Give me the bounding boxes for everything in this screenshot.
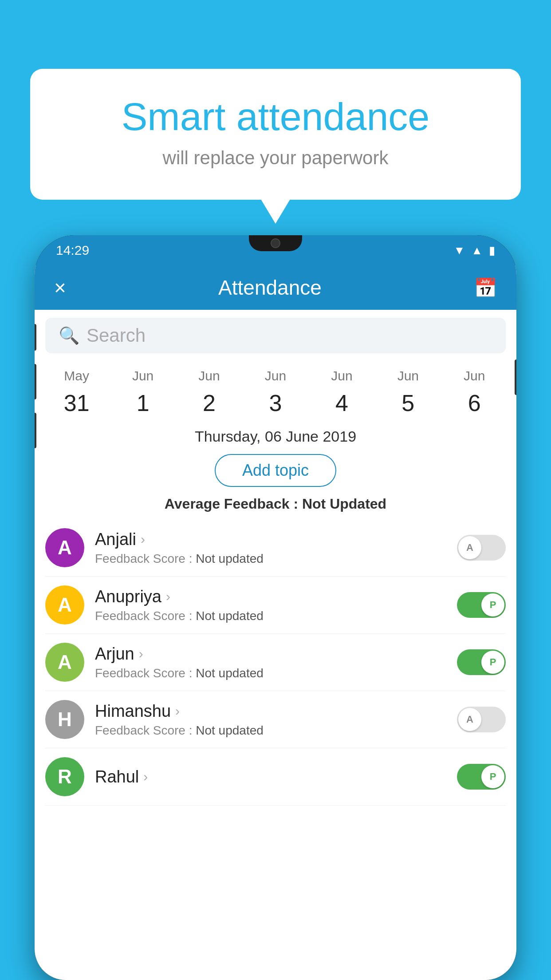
student-item: A Anjali › Feedback Score : Not updated …: [45, 519, 506, 577]
camera: [271, 238, 280, 248]
avatar-anupriya: A: [45, 585, 84, 624]
calendar-icon[interactable]: 📅: [474, 277, 497, 299]
toggle-knob-anjali: A: [458, 536, 481, 559]
cal-col-3: Jun 3: [249, 366, 302, 420]
student-feedback-arjun: Feedback Score : Not updated: [95, 666, 446, 680]
chevron-icon: ›: [143, 769, 148, 784]
student-info-rahul: Rahul ›: [95, 767, 446, 786]
cal-col-2: Jun 2: [183, 366, 236, 420]
student-info-anjali: Anjali › Feedback Score : Not updated: [95, 530, 446, 566]
student-list: A Anjali › Feedback Score : Not updated …: [35, 519, 516, 806]
toggle-knob-rahul: P: [481, 765, 504, 788]
student-item: A Anupriya › Feedback Score : Not update…: [45, 577, 506, 634]
day-1[interactable]: 1: [116, 386, 169, 420]
student-item: A Arjun › Feedback Score : Not updated P: [45, 634, 506, 691]
toggle-knob-himanshu: A: [458, 708, 481, 731]
student-info-anupriya: Anupriya › Feedback Score : Not updated: [95, 587, 446, 623]
day-4[interactable]: 4: [315, 386, 368, 420]
avatar-himanshu: H: [45, 700, 84, 739]
day-5[interactable]: 5: [382, 386, 435, 420]
add-topic-button[interactable]: Add topic: [215, 454, 336, 487]
attendance-toggle-anupriya[interactable]: P: [457, 592, 506, 618]
student-feedback-anjali: Feedback Score : Not updated: [95, 552, 446, 566]
day-2[interactable]: 2: [183, 386, 236, 420]
chevron-icon: ›: [139, 646, 143, 661]
avg-feedback: Average Feedback : Not Updated: [35, 491, 516, 519]
month-4: Jun: [315, 366, 368, 386]
student-item: H Himanshu › Feedback Score : Not update…: [45, 691, 506, 748]
cal-col-6: Jun 6: [448, 366, 501, 420]
cal-col-0: May 31: [50, 366, 103, 420]
day-3[interactable]: 3: [249, 386, 302, 420]
student-name-arjun[interactable]: Arjun ›: [95, 644, 446, 664]
calendar-months-row: May 31 Jun 1 Jun 2 Jun 3 Jun 4: [35, 361, 516, 420]
month-1: Jun: [116, 366, 169, 386]
volume-down-button: [35, 413, 36, 448]
bubble-title: Smart attendance: [66, 95, 485, 138]
signal-icon: ▲: [471, 244, 483, 257]
student-name-rahul[interactable]: Rahul ›: [95, 767, 446, 786]
avatar-rahul: R: [45, 757, 84, 796]
chevron-icon: ›: [166, 589, 170, 604]
toggle-anjali[interactable]: A: [457, 535, 506, 561]
cal-col-1: Jun 1: [116, 366, 169, 420]
app-header: × Attendance 📅: [35, 265, 516, 310]
student-info-arjun: Arjun › Feedback Score : Not updated: [95, 644, 446, 680]
close-button[interactable]: ×: [54, 276, 66, 300]
search-bar[interactable]: 🔍 Search: [45, 318, 506, 353]
app-title: Attendance: [218, 276, 322, 300]
battery-icon: ▮: [489, 244, 495, 257]
wifi-icon: ▼: [454, 244, 465, 257]
avg-feedback-label: Average Feedback :: [165, 496, 298, 512]
selected-date: Thursday, 06 June 2019: [35, 420, 516, 450]
mute-button: [35, 324, 36, 351]
power-button: [515, 360, 516, 395]
student-info-himanshu: Himanshu › Feedback Score : Not updated: [95, 702, 446, 738]
background: Smart attendance will replace your paper…: [0, 0, 551, 980]
student-item: R Rahul › P: [45, 748, 506, 806]
phone-content: × Attendance 📅 🔍 Search May 31 Jun 1: [35, 265, 516, 980]
phone-frame: 14:29 ▼ ▲ ▮ × Attendance 📅 🔍 Search: [35, 235, 516, 980]
month-6: Jun: [448, 366, 501, 386]
chevron-icon: ›: [175, 703, 180, 719]
search-icon: 🔍: [59, 326, 79, 345]
toggle-knob-arjun: P: [481, 651, 504, 674]
student-name-anupriya[interactable]: Anupriya ›: [95, 587, 446, 606]
cal-col-5: Jun 5: [382, 366, 435, 420]
toggle-anupriya[interactable]: P: [457, 592, 506, 618]
student-feedback-himanshu: Feedback Score : Not updated: [95, 723, 446, 738]
status-icons: ▼ ▲ ▮: [454, 244, 495, 257]
month-3: Jun: [249, 366, 302, 386]
phone-notch: [249, 235, 302, 251]
bubble-subtitle: will replace your paperwork: [66, 147, 485, 169]
student-name-himanshu[interactable]: Himanshu ›: [95, 702, 446, 721]
volume-up-button: [35, 364, 36, 399]
toggle-knob-anupriya: P: [481, 593, 504, 616]
attendance-toggle-himanshu[interactable]: A: [457, 707, 506, 732]
attendance-toggle-arjun[interactable]: P: [457, 649, 506, 675]
toggle-rahul[interactable]: P: [457, 764, 506, 790]
day-0[interactable]: 31: [50, 386, 103, 420]
avatar-anjali: A: [45, 528, 84, 567]
month-2: Jun: [183, 366, 236, 386]
attendance-toggle-anjali[interactable]: A: [457, 535, 506, 561]
cal-col-4: Jun 4: [315, 366, 368, 420]
month-5: Jun: [382, 366, 435, 386]
avatar-arjun: A: [45, 643, 84, 682]
student-name-anjali[interactable]: Anjali ›: [95, 530, 446, 549]
attendance-toggle-rahul[interactable]: P: [457, 764, 506, 790]
student-feedback-anupriya: Feedback Score : Not updated: [95, 609, 446, 623]
search-placeholder: Search: [87, 325, 146, 346]
toggle-arjun[interactable]: P: [457, 649, 506, 675]
month-0: May: [50, 366, 103, 386]
day-6[interactable]: 6: [448, 386, 501, 420]
toggle-himanshu[interactable]: A: [457, 707, 506, 732]
status-bar: 14:29 ▼ ▲ ▮: [35, 235, 516, 265]
avg-feedback-value: Not Updated: [302, 496, 386, 512]
chevron-icon: ›: [141, 532, 145, 547]
speech-bubble: Smart attendance will replace your paper…: [30, 69, 521, 200]
status-time: 14:29: [56, 243, 89, 258]
